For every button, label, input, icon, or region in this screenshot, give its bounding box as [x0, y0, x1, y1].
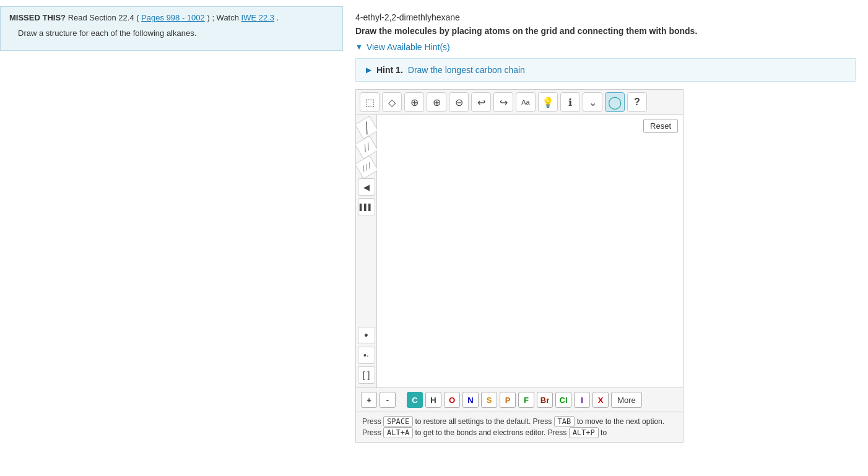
atom-n-btn[interactable]: N [462, 392, 479, 408]
chat-btn[interactable]: ◯ [605, 92, 625, 112]
bulb-btn[interactable]: 💡 [538, 92, 558, 112]
redo-btn[interactable]: ↪ [493, 92, 513, 112]
hint1-text: Draw the longest carbon chain [408, 65, 525, 75]
double-bond-btn[interactable]: ╱╱ [354, 136, 378, 159]
help-btn[interactable]: ? [627, 92, 647, 112]
template-btn[interactable]: Aa [516, 92, 536, 112]
more-btn[interactable]: More [611, 392, 642, 408]
kbd-hint-text1: Press [362, 417, 383, 426]
single-bond-btn[interactable]: ╱ [354, 116, 378, 139]
erase-tool-btn[interactable]: ◇ [382, 92, 402, 112]
minus-btn[interactable]: - [380, 392, 396, 408]
editor-body: ╱ ╱╱ ╱╱╱ ◀ ▌▌▌ • •· [ ] Reset [356, 115, 683, 387]
expand-btn[interactable]: ⌄ [583, 92, 602, 112]
watch-text: ) ; Watch [207, 13, 241, 22]
side-tools: ╱ ╱╱ ╱╱╱ ◀ ▌▌▌ • •· [ ] [356, 115, 377, 387]
reset-button[interactable]: Reset [643, 119, 678, 133]
iwe-suffix: . [277, 13, 279, 22]
atom-h-btn[interactable]: H [425, 392, 441, 408]
zoom-out-btn[interactable]: ⊖ [449, 92, 469, 112]
atom-x-btn[interactable]: X [592, 392, 609, 408]
atom-i-btn[interactable]: I [574, 392, 590, 408]
molecule-name: 4-ethyl-2,2-dimethlyhexane [355, 12, 856, 22]
kbd-hint-text5: to [601, 428, 607, 437]
pages-link[interactable]: Pages 998 - 1002 [141, 13, 205, 22]
missed-text: Read Section 22.4 ( [68, 13, 139, 22]
atom-o-btn[interactable]: O [444, 392, 460, 408]
atom-p-btn[interactable]: P [500, 392, 516, 408]
select-tool-btn[interactable]: ⬚ [360, 92, 380, 112]
atom-br-btn[interactable]: Br [537, 392, 553, 408]
wedge-bond-btn[interactable]: ◀ [358, 178, 375, 196]
drawing-canvas[interactable]: Reset [377, 115, 683, 387]
triple-bond-btn[interactable]: ╱╱╱ [354, 155, 378, 179]
info-btn[interactable]: ℹ [560, 92, 580, 112]
kbd-hint-text4: to get to the bonds and electrons editor… [415, 428, 568, 437]
zoom-fit-btn[interactable]: ⊕ [427, 92, 446, 112]
atom-cl-btn[interactable]: Cl [555, 392, 571, 408]
hint-toggle-arrow: ▼ [355, 43, 363, 51]
plus-btn[interactable]: + [361, 392, 377, 408]
radical-btn[interactable]: •· [358, 347, 375, 364]
space-key: SPACE [383, 416, 413, 427]
keyboard-hint: Press SPACE to restore all settings to t… [356, 412, 683, 442]
hint-toggle-label: View Available Hint(s) [367, 42, 450, 52]
right-panel: 4-ethyl-2,2-dimethlyhexane Draw the mole… [343, 0, 868, 476]
hint1-arrow: ▶ [366, 66, 371, 74]
left-panel: MISSED THIS? Read Section 22.4 ( Pages 9… [0, 0, 343, 476]
bracket-btn[interactable]: [ ] [358, 366, 375, 384]
iwe-link[interactable]: IWE 22.3 [241, 13, 274, 22]
atom-s-btn[interactable]: S [481, 392, 497, 408]
atom-f-btn[interactable]: F [518, 392, 534, 408]
left-draw-instruction: Draw a structure for each of the followi… [9, 22, 334, 44]
molecule-editor: ⬚ ◇ ⊕ ⊕ ⊖ ↩ ↪ Aa 💡 ℹ ⌄ ◯ ? ╱ ╱╱ ╱╱╱ ◀ ▌▌… [355, 89, 684, 443]
missed-label: MISSED THIS? [9, 13, 66, 22]
hint-box: ▶ Hint 1. Draw the longest carbon chain [355, 58, 856, 82]
atom-bar: + - C H O N S P F Br Cl I X More [356, 387, 683, 412]
atom-c-btn[interactable]: C [407, 392, 423, 408]
missed-box: MISSED THIS? Read Section 22.4 ( Pages 9… [0, 6, 343, 51]
hint1-label: Hint 1. [376, 65, 403, 75]
hint-toggle[interactable]: ▼ View Available Hint(s) [355, 42, 856, 52]
alt-a-key: ALT+A [383, 427, 413, 438]
editor-toolbar: ⬚ ◇ ⊕ ⊕ ⊖ ↩ ↪ Aa 💡 ℹ ⌄ ◯ ? [356, 90, 683, 115]
missed-this-line: MISSED THIS? Read Section 22.4 ( Pages 9… [9, 13, 334, 22]
hash-bond-btn[interactable]: ▌▌▌ [358, 198, 375, 215]
undo-btn[interactable]: ↩ [471, 92, 491, 112]
tab-key: TAB [554, 416, 575, 427]
alt-p-key: ALT+P [569, 427, 599, 438]
draw-instruction-main: Draw the molecules by placing atoms on t… [355, 26, 856, 36]
zoom-in-btn[interactable]: ⊕ [404, 92, 424, 112]
atom-dot-btn[interactable]: • [358, 327, 375, 344]
kbd-hint-text2: to restore all settings to the default. … [415, 417, 553, 426]
